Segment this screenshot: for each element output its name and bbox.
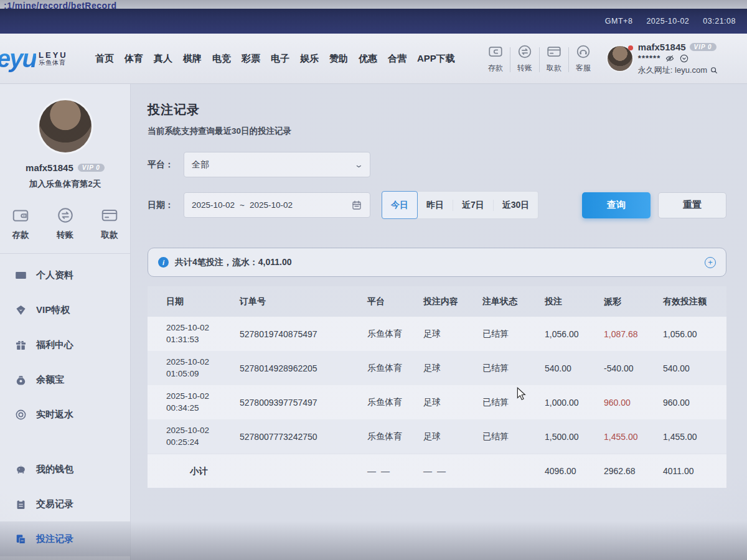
customer-service-button[interactable]: 客服 (569, 44, 598, 73)
browser-url-strip: :1/mine/record/betRecord (0, 0, 747, 9)
chevron-down-circle-icon[interactable] (679, 54, 689, 63)
sidebar-withdraw-button[interactable]: 取款 (100, 206, 119, 241)
search-icon[interactable] (710, 66, 718, 75)
nav-esports[interactable]: 电竞 (212, 53, 231, 65)
range-30days-button[interactable]: 近30日 (493, 200, 538, 211)
join-days-text: 加入乐鱼体育第2天 (0, 179, 130, 190)
withdraw-button[interactable]: 取款 (540, 44, 568, 73)
platform-select[interactable]: 全部 ⌄ (184, 152, 370, 177)
rebate-icon (15, 409, 27, 421)
screen: :1/mine/record/betRecord GMT+8 2025-10-0… (0, 0, 747, 560)
col-status: 注单状态 (482, 296, 545, 307)
table-row: 2025-10-0200:34:25 5278009397757497 乐鱼体育… (148, 385, 726, 419)
sidebar-item-vip[interactable]: VIP特权 (0, 292, 130, 327)
subtotal-label: 小计 (166, 465, 240, 477)
timezone-label: GMT+8 (605, 17, 633, 26)
sidebar-deposit-button[interactable]: 存款 (11, 206, 30, 241)
platform-selected-value: 全部 (192, 159, 355, 170)
nav-home[interactable]: 首页 (95, 53, 114, 65)
wallet-icon (11, 206, 30, 225)
sidebar-item-transactions[interactable]: 交易记录 (0, 487, 130, 521)
date-separator: ~ (240, 200, 245, 210)
browser-url: :1/mine/record/betRecord (4, 1, 117, 9)
sidebar-item-bet-records[interactable]: 投注记录 (0, 521, 130, 556)
plus-circle-icon[interactable]: + (705, 257, 716, 268)
reset-button[interactable]: 重置 (658, 192, 726, 218)
logo-sub-en: LEYU (39, 51, 68, 60)
summary-text: 共计4笔投注，流水：4,011.00 (175, 257, 292, 268)
col-platform: 平台 (367, 296, 423, 307)
sidebar-avatar[interactable] (39, 100, 92, 152)
money-bag-icon (15, 374, 27, 386)
withdraw-card-icon (546, 44, 562, 60)
platform-filter-row: 平台： 全部 ⌄ (148, 152, 726, 177)
date-filter-row: 日期： 2025-10-02 ~ 2025-10-02 今日 昨日 近7日 (148, 191, 726, 219)
nav-live[interactable]: 真人 (154, 53, 172, 65)
nav-sports[interactable]: 体育 (125, 53, 143, 65)
table-row: 2025-10-0201:31:53 5278019740875497 乐鱼体育… (148, 317, 726, 351)
calendar-icon[interactable] (351, 200, 362, 211)
transfer-icon (56, 206, 75, 225)
vip-badge: VIP 0 (690, 43, 716, 51)
date-to: 2025-10-02 (250, 200, 293, 210)
sidebar-vip-badge: VIP 0 (78, 164, 105, 172)
date-range-input[interactable]: 2025-10-02 ~ 2025-10-02 (184, 192, 370, 218)
logo[interactable]: leyu LEYU 乐鱼体育 (0, 45, 94, 73)
sidebar-item-profile[interactable]: 个人资料 (0, 258, 130, 292)
nav-slots[interactable]: 电子 (271, 53, 289, 65)
nav-affiliate[interactable]: 合营 (388, 53, 406, 65)
page-title: 投注记录 (148, 101, 726, 118)
nav-sponsor[interactable]: 赞助 (329, 53, 348, 65)
date-label: 日期： (148, 200, 184, 211)
range-7days-button[interactable]: 近7日 (453, 200, 493, 211)
avatar[interactable] (608, 46, 632, 71)
current-date: 2025-10-02 (646, 17, 689, 26)
nav-cards[interactable]: 棋牌 (183, 53, 202, 65)
search-button[interactable]: 查询 (582, 192, 651, 218)
col-order: 订单号 (240, 296, 367, 307)
transfer-button[interactable]: 转账 (510, 44, 539, 73)
date-from: 2025-10-02 (192, 200, 235, 210)
notification-dot (628, 45, 633, 50)
sidebar: mafx51845 VIP 0 加入乐鱼体育第2天 存款 (0, 84, 131, 560)
deposit-card-icon (487, 44, 504, 60)
platform-label: 平台： (148, 159, 184, 170)
sidebar-item-yuebao[interactable]: 余额宝 (0, 362, 130, 397)
sidebar-transfer-button[interactable]: 转账 (56, 206, 75, 241)
nav-entertainment[interactable]: 娱乐 (300, 53, 319, 65)
site-header: leyu LEYU 乐鱼体育 首页 体育 真人 棋牌 电竞 彩票 电子 娱乐 赞… (0, 34, 747, 84)
nav-app-download[interactable]: APP下载 (417, 53, 455, 65)
bet-records-table: 日期 订单号 平台 投注内容 注单状态 投注 派彩 有效投注额 2025-10-… (148, 286, 726, 488)
logo-wordmark: leyu (0, 45, 36, 73)
current-time: 03:21:08 (703, 17, 736, 26)
sidebar-item-welfare[interactable]: 福利中心 (0, 327, 130, 362)
nav-promo[interactable]: 优惠 (359, 53, 377, 65)
col-content: 投注内容 (423, 296, 482, 307)
gmt-bar: GMT+8 2025-10-02 03:21:08 (0, 9, 747, 34)
sidebar-item-rebate[interactable]: 实时返水 (0, 397, 130, 432)
eye-off-icon[interactable] (665, 54, 675, 63)
sidebar-item-wallet[interactable]: 我的钱包 (0, 452, 130, 487)
date-range-presets: 今日 昨日 近7日 近30日 (382, 191, 538, 219)
gift-icon (15, 339, 27, 351)
nav-lottery[interactable]: 彩票 (242, 53, 260, 65)
table-row: 2025-10-0201:05:09 5278014928962205 乐鱼体育… (148, 351, 726, 385)
range-today-button[interactable]: 今日 (382, 191, 418, 219)
info-icon: i (158, 257, 169, 268)
col-date: 日期 (166, 296, 240, 307)
sidebar-username: mafx51845 (26, 162, 73, 173)
chevron-down-icon: ⌄ (354, 160, 364, 169)
header-quick-actions: 存款 转账 取款 (481, 44, 598, 73)
bet-record-icon (15, 533, 27, 545)
col-bet: 投注 (545, 296, 604, 307)
username: mafx51845 (638, 42, 686, 52)
deposit-button[interactable]: 存款 (481, 44, 510, 73)
table-subtotal-row: 小计 — — — — 4096.00 2962.68 4011.00 (148, 454, 726, 488)
page-subtitle: 当前系统支持查询最近30日的投注记录 (148, 126, 726, 137)
mouse-cursor (517, 387, 526, 401)
withdraw-card-icon (100, 206, 119, 225)
range-yesterday-button[interactable]: 昨日 (418, 200, 453, 211)
table-row: 2025-10-0200:25:24 5278007773242750 乐鱼体育… (148, 419, 726, 454)
col-valid: 有效投注额 (663, 296, 726, 307)
headset-icon (575, 44, 591, 60)
